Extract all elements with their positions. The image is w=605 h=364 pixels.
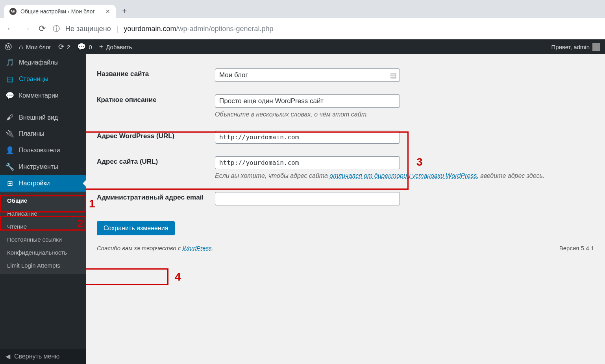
url-path: /wp-admin/options-general.php [176, 25, 273, 33]
collapse-menu-button[interactable]: ◀Свернуть меню [0, 349, 86, 364]
sidebar-item-appearance[interactable]: 🖌Внешний вид [0, 109, 86, 126]
tools-icon: 🔧 [6, 163, 14, 171]
collapse-icon: ◀ [6, 353, 10, 360]
admin-email-input[interactable] [215, 192, 400, 205]
tagline-description: Объясните в нескольких словах, о чём это… [215, 111, 594, 118]
annotation-num-4: 4 [175, 271, 181, 283]
submenu-reading[interactable]: Чтение [0, 220, 86, 233]
security-warning: Не защищено [65, 25, 111, 33]
browser-chrome: W Общие настройки ‹ Мои блог — ✕ + ← → ⟳… [0, 0, 605, 39]
save-button[interactable]: Сохранить изменения [97, 221, 175, 235]
siteurl-description: Если вы хотите, чтобы адрес сайта отлича… [215, 172, 594, 179]
site-title-input[interactable] [215, 68, 400, 82]
plugin-icon: 🔌 [6, 129, 14, 138]
home-icon: ⌂ [19, 43, 23, 51]
comments-icon: 💬 [6, 91, 14, 100]
url-domain: yourdomain.com [124, 25, 176, 33]
wpurl-input[interactable] [215, 131, 400, 144]
version-text: Версия 5.4.1 [559, 245, 594, 251]
address-bar[interactable]: ⓘ Не защищено | yourdomain.com/wp-admin/… [53, 24, 599, 33]
settings-icon: ⊞ [6, 179, 14, 188]
wordpress-link[interactable]: WordPress [183, 245, 212, 251]
sidebar-item-users[interactable]: 👤Пользователи [0, 142, 86, 159]
submenu-limit-login[interactable]: Limit Login Attempts [0, 259, 86, 272]
close-tab-icon[interactable]: ✕ [105, 8, 110, 15]
media-icon: 🎵 [6, 58, 14, 67]
browser-nav-bar: ← → ⟳ ⓘ Не защищено | yourdomain.com/wp-… [0, 18, 605, 39]
submenu-permalinks[interactable]: Постоянные ссылки [0, 233, 86, 246]
sidebar-item-comments[interactable]: 💬Комментарии [0, 87, 86, 104]
autofill-icon[interactable]: ▤ [390, 71, 397, 79]
reload-button[interactable]: ⟳ [37, 24, 47, 34]
admin-email-label: Административный адрес email [97, 186, 215, 212]
wp-admin-bar: ⓦ ⌂Мои блог ⟳2 💬0 +Добавить Привет, admi… [0, 39, 605, 54]
forward-button[interactable]: → [21, 24, 31, 34]
settings-submenu: Общие Написание Чтение Постоянные ссылки… [0, 192, 86, 274]
plus-icon: + [99, 43, 104, 51]
tab-bar: W Общие настройки ‹ Мои блог — ✕ + [0, 0, 605, 18]
brush-icon: 🖌 [6, 113, 14, 122]
siteurl-label: Адрес сайта (URL) [97, 150, 215, 186]
sidebar-item-settings[interactable]: ⊞Настройки [0, 175, 86, 192]
new-tab-button[interactable]: + [119, 6, 130, 17]
add-new-link[interactable]: +Добавить [99, 43, 132, 51]
submenu-privacy[interactable]: Конфиденциальность [0, 246, 86, 259]
update-icon: ⟳ [58, 42, 64, 51]
browser-tab[interactable]: W Общие настройки ‹ Мои блог — ✕ [4, 5, 116, 18]
wp-logo-menu[interactable]: ⓦ [5, 42, 12, 52]
wordpress-icon: ⓦ [5, 42, 12, 52]
submenu-general[interactable]: Общие [0, 194, 86, 207]
sidebar-item-media[interactable]: 🎵Медиафайлы [0, 54, 86, 71]
avatar [592, 43, 600, 51]
pages-icon: ▤ [6, 75, 14, 83]
siteurl-help-link[interactable]: отличался от директории установки WordPr… [329, 172, 477, 179]
user-menu[interactable]: Привет, admin [551, 43, 600, 51]
site-name-link[interactable]: ⌂Мои блог [19, 43, 51, 51]
wpurl-label: Адрес WordPress (URL) [97, 124, 215, 150]
info-icon[interactable]: ⓘ [53, 24, 60, 33]
sidebar-item-pages[interactable]: ▤Страницы [0, 71, 86, 87]
admin-sidebar: 🎵Медиафайлы ▤Страницы 💬Комментарии 🖌Внеш… [0, 54, 86, 364]
tagline-label: Краткое описание [97, 88, 215, 124]
content-area: Название сайта ▤ Краткое описание Объясн… [86, 54, 605, 364]
back-button[interactable]: ← [6, 24, 16, 34]
submenu-writing[interactable]: Написание [0, 207, 86, 220]
comment-icon: 💬 [77, 42, 86, 51]
users-icon: 👤 [6, 146, 14, 155]
siteurl-input[interactable] [215, 156, 400, 169]
site-title-label: Название сайта [97, 62, 215, 88]
sidebar-item-plugins[interactable]: 🔌Плагины [0, 126, 86, 142]
annotation-box-4 [86, 268, 168, 285]
comments-link[interactable]: 💬0 [77, 42, 92, 51]
footer: Спасибо вам за творчество с WordPress. В… [97, 239, 594, 257]
sidebar-item-tools[interactable]: 🔧Инструменты [0, 159, 86, 175]
wordpress-favicon: W [9, 8, 17, 15]
updates-link[interactable]: ⟳2 [58, 42, 70, 51]
settings-form: Название сайта ▤ Краткое описание Объясн… [97, 62, 594, 212]
tagline-input[interactable] [215, 94, 400, 108]
tab-title: Общие настройки ‹ Мои блог — [20, 8, 102, 15]
